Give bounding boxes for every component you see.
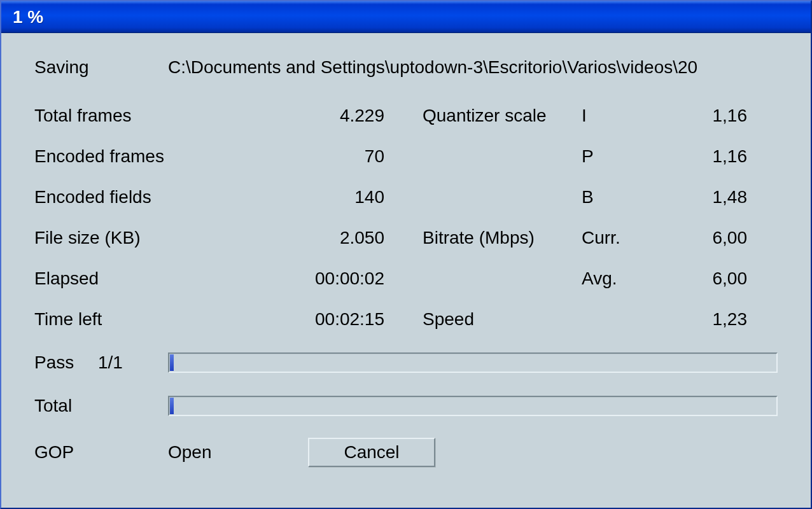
pass-progress-bar — [168, 352, 778, 373]
pass-value: 1/1 — [98, 352, 168, 373]
quantizer-p-label: P — [582, 146, 658, 167]
row-file-size: File size (KB) 2.050 Bitrate (Mbps) Curr… — [34, 228, 778, 249]
total-progress-bar — [168, 396, 778, 416]
bitrate-avg-label: Avg. — [582, 268, 658, 289]
saving-path: C:\Documents and Settings\uptodown-3\Esc… — [168, 57, 778, 78]
encoded-fields-value: 140 — [168, 187, 384, 207]
window-title: 1 % — [13, 7, 43, 27]
row-encoded-frames: Encoded frames 70 P 1,16 — [34, 146, 778, 168]
saving-label: Saving — [34, 57, 168, 78]
gop-label: GOP — [34, 442, 168, 463]
quantizer-i-value: 1,16 — [658, 106, 747, 126]
saving-row: Saving C:\Documents and Settings\uptodow… — [34, 57, 778, 79]
total-progress-fill — [170, 398, 174, 414]
quantizer-p-value: 1,16 — [658, 146, 747, 167]
total-progress-row: Total — [34, 393, 778, 419]
total-frames-label: Total frames — [34, 106, 168, 126]
speed-value: 1,23 — [658, 309, 747, 330]
quantizer-b-value: 1,48 — [658, 187, 747, 207]
bitrate-label: Bitrate (Mbps) — [423, 228, 582, 248]
bitrate-curr-label: Curr. — [582, 228, 658, 248]
file-size-label: File size (KB) — [34, 228, 168, 248]
encoded-frames-value: 70 — [168, 146, 384, 167]
elapsed-value: 00:00:02 — [168, 268, 384, 289]
speed-label: Speed — [423, 309, 582, 330]
bitrate-avg-value: 6,00 — [658, 268, 747, 289]
quantizer-label: Quantizer scale — [423, 106, 582, 126]
pass-progress-fill — [170, 354, 174, 371]
gop-value: Open — [168, 442, 308, 463]
cancel-button[interactable]: Cancel — [308, 438, 435, 467]
row-total-frames: Total frames 4.229 Quantizer scale I 1,1… — [34, 106, 778, 127]
pass-label: Pass — [34, 352, 98, 373]
row-encoded-fields: Encoded fields 140 B 1,48 — [34, 187, 778, 209]
file-size-value: 2.050 — [168, 228, 384, 248]
titlebar[interactable]: 1 % — [1, 1, 811, 33]
bottom-row: GOP Open Cancel — [34, 436, 778, 468]
row-elapsed: Elapsed 00:00:02 Avg. 6,00 — [34, 268, 778, 290]
dialog-content: Saving C:\Documents and Settings\uptodow… — [1, 33, 811, 481]
row-time-left: Time left 00:02:15 Speed 1,23 — [34, 309, 778, 331]
time-left-label: Time left — [34, 309, 168, 330]
total-frames-value: 4.229 — [168, 106, 384, 126]
pass-progress-row: Pass 1/1 — [34, 350, 778, 375]
encoding-progress-dialog: 1 % Saving C:\Documents and Settings\upt… — [0, 0, 812, 509]
encoded-frames-label: Encoded frames — [34, 146, 168, 167]
quantizer-i-label: I — [582, 106, 658, 126]
time-left-value: 00:02:15 — [168, 309, 384, 330]
quantizer-b-label: B — [582, 187, 658, 207]
bitrate-curr-value: 6,00 — [658, 228, 747, 248]
total-label: Total — [34, 396, 98, 416]
elapsed-label: Elapsed — [34, 268, 168, 289]
encoded-fields-label: Encoded fields — [34, 187, 168, 207]
